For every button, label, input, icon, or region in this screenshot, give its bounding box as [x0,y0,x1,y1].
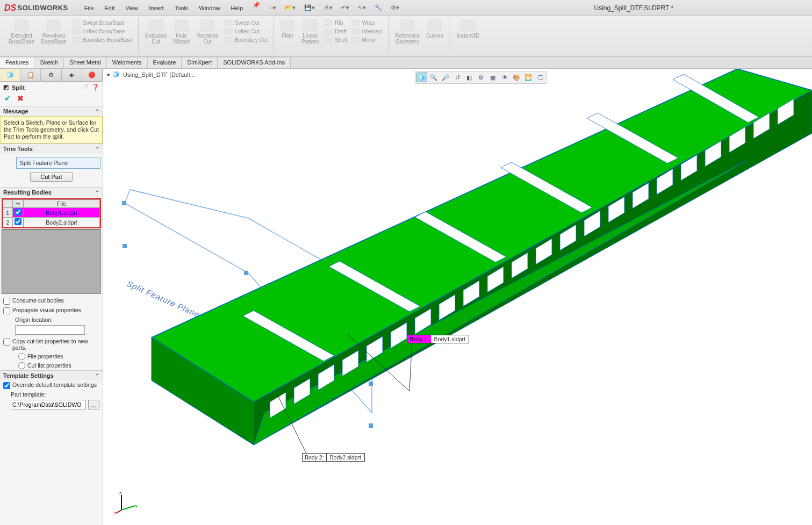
boundary-cut-button[interactable]: Boundary Cut [222,35,270,44]
revolved-cut-button[interactable]: RevolvedCut [193,18,222,46]
breadcrumb[interactable]: ▸ 🧊 Using_Split_DTF (Default... [107,71,195,78]
zoom-prev-icon[interactable]: ↺ [452,73,463,82]
apply-scene-icon[interactable]: 🌅 [523,73,534,82]
cancel-button[interactable]: ✖ [17,94,24,103]
override-template-checkbox[interactable] [3,382,10,389]
part-template-input[interactable] [11,400,86,409]
zoom-area-icon[interactable]: 🔎 [440,73,451,82]
edit-appearance-icon[interactable]: 🎨 [511,73,522,82]
shell-button[interactable]: Shell [322,35,349,44]
body1-checkbox[interactable] [15,208,21,215]
boundary-boss-button[interactable]: Boundary Boss/Base [70,35,135,44]
hole-wizard-button[interactable]: HoleWizard [170,18,193,46]
consume-checkbox[interactable] [3,298,10,305]
mirror-button[interactable]: Mirror [349,35,385,44]
options-icon[interactable]: ⚙▾ [391,4,399,11]
tab-sketch[interactable]: Sketch [34,57,64,68]
view-orientation-icon[interactable]: 🧊 [416,73,427,82]
tab-features[interactable]: Features [0,57,34,68]
browse-template-button[interactable]: ... [88,400,99,409]
extruded-cut-button[interactable]: ExtrudedCut [142,18,170,46]
panel-tab-dimxpert[interactable]: ◈ [62,69,82,81]
open-icon[interactable]: 📂▾ [285,4,296,11]
tab-addins[interactable]: SOLIDWORKS Add-Ins [218,57,291,68]
help-icon[interactable]: ❓ [92,84,99,91]
extruded-boss-button[interactable]: ExtrudedBoss/Base [5,18,38,46]
chevron-up-icon: ⌃ [95,373,99,379]
table-row[interactable]: 1Body1.sldprt [3,208,100,218]
swept-boss-button[interactable]: Swept Boss/Base [70,18,135,27]
ok-button[interactable]: ✔ [4,94,11,103]
section-view-icon[interactable]: ◧ [464,73,475,82]
menu-insert[interactable]: Insert [143,2,169,15]
origin-location-input[interactable] [15,325,85,335]
svg-marker-25 [633,183,649,208]
svg-rect-1 [122,201,126,205]
cut-part-button[interactable]: Cut Part [30,172,72,182]
save-icon[interactable]: 💾▾ [304,4,315,11]
template-settings-header[interactable]: Template Settings⌃ [0,371,103,380]
panel-tabs: 🧊 📋 ⚙ ◈ 🔴 [0,69,103,82]
revolved-boss-button[interactable]: RevolvedBoss/Base [38,18,70,46]
reference-geometry-button[interactable]: ReferenceGeometry [392,18,423,46]
graphics-area[interactable]: ▸ 🧊 Using_Split_DTF (Default... 🧊 🔍 🔎 ↺ … [103,69,812,525]
file-properties-radio[interactable] [18,353,25,360]
panel-tab-propertymanager[interactable]: 📋 [20,69,41,81]
lofted-cut-button[interactable]: Lofted Cut [222,27,270,35]
trim-tools-header[interactable]: Trim Tools⌃ [0,144,103,154]
body1-callout[interactable]: Body 1: Body1.sldprt [407,335,469,343]
linear-pattern-button[interactable]: LinearPattern [298,18,322,46]
menu-view[interactable]: View [120,2,144,15]
instant3d-button[interactable]: Instant3D [454,18,483,40]
svg-marker-29 [729,127,745,153]
pin-icon[interactable]: 📌 [253,2,260,15]
cutlist-properties-radio[interactable] [18,362,25,369]
menu-edit[interactable]: Edit [99,2,120,15]
menu-help[interactable]: Help [225,2,248,15]
menu-window[interactable]: Window [193,2,225,15]
wrap-button[interactable]: Wrap [349,18,385,27]
message-header[interactable]: Message⌃ [0,106,103,116]
trim-selection-box[interactable]: Split Feature Plane [16,157,100,169]
body2-callout[interactable]: Body 2: Body2.sldprt [302,453,365,462]
view-display-icon[interactable]: 🖵 [535,73,545,82]
ribbon: ExtrudedBoss/Base RevolvedBoss/Base Swep… [0,16,812,57]
display-style-icon[interactable]: ▦ [487,73,498,82]
propagate-checkbox[interactable] [3,307,10,314]
tab-evaluate[interactable]: Evaluate [148,57,182,68]
panel-tab-featuremanager[interactable]: 🧊 [0,69,20,81]
body2-checkbox[interactable] [15,218,21,225]
undo-icon[interactable]: ↶▾ [341,4,349,11]
draft-button[interactable]: Draft [322,27,349,35]
zoom-fit-icon[interactable]: 🔍 [428,73,439,82]
fillet-button[interactable]: Fillet [277,18,298,46]
tab-dimxpert[interactable]: DimXpert [182,57,218,68]
view-settings-icon[interactable]: ⚙ [476,73,486,82]
table-row[interactable]: 2Body2.sldprt [3,218,100,227]
svg-text:x: x [114,510,116,514]
panel-tab-configmanager[interactable]: ⚙ [41,69,61,81]
chevron-up-icon: ⌃ [95,146,99,152]
swept-cut-button[interactable]: Swept Cut [222,18,270,27]
new-icon[interactable]: ▫▾ [271,4,276,11]
menu-tools[interactable]: Tools [169,2,194,15]
menu-file[interactable]: File [79,2,99,15]
print-icon[interactable]: 🖨▾ [324,4,333,11]
help-detail-icon[interactable]: ❔ [82,84,90,91]
propagate-label: Propagate visual properties [12,307,81,313]
select-icon[interactable]: ↖▾ [358,4,366,11]
curves-button[interactable]: Curves [423,18,447,46]
intersect-button[interactable]: Intersect [349,27,385,35]
view-triad[interactable]: z y x [114,491,138,514]
rebuild-icon[interactable]: 🔧 [375,4,382,11]
copy-cutlist-checkbox[interactable] [3,339,10,346]
tab-weldments[interactable]: Weldments [107,57,148,68]
svg-marker-35 [501,162,592,213]
hide-show-icon[interactable]: 👁 [499,73,510,82]
lofted-boss-button[interactable]: Lofted Boss/Base [70,27,135,35]
ribbon-group-instant3d: Instant3D [450,17,486,55]
tab-sheetmetal[interactable]: Sheet Metal [64,57,107,68]
resulting-bodies-header[interactable]: Resulting Bodies⌃ [0,188,103,197]
rib-button[interactable]: Rib [322,18,349,27]
panel-tab-display[interactable]: 🔴 [82,69,103,81]
